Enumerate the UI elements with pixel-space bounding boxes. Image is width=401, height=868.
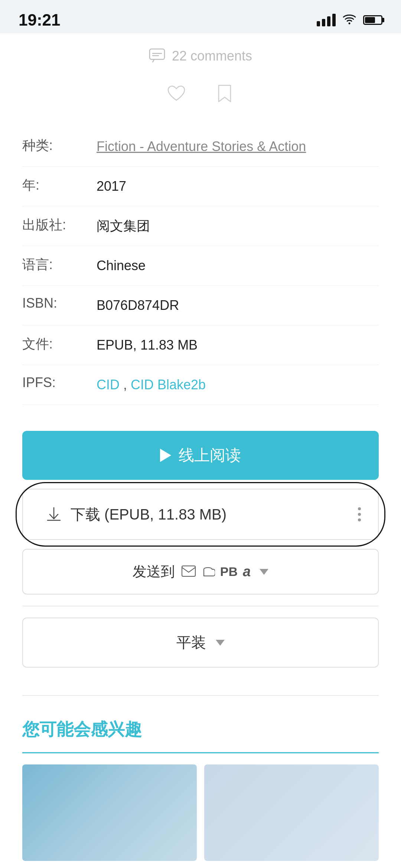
meta-value-genre[interactable]: Fiction - Adventure Stories & Action <box>97 137 379 157</box>
meta-value-isbn: B076D874DR <box>97 295 379 315</box>
buttons-section: 线上阅读 下载 (EPUB, 11.83 MB) <box>22 416 379 684</box>
meta-row-file: 文件: EPUB, 11.83 MB <box>22 325 379 365</box>
meta-label-year: 年: <box>22 176 97 194</box>
read-online-button[interactable]: 线上阅读 <box>22 431 379 480</box>
meta-row-year: 年: 2017 <box>22 167 379 206</box>
paperback-button[interactable]: 平装 <box>22 618 379 668</box>
meta-value-file: EPUB, 11.83 MB <box>97 335 379 355</box>
meta-row-isbn: ISBN: B076D874DR <box>22 286 379 325</box>
amazon-icon: a <box>243 564 251 580</box>
meta-label-file: 文件: <box>22 335 97 353</box>
meta-row-publisher: 出版社: 阅文集团 <box>22 206 379 246</box>
paperback-chevron-icon <box>216 640 225 646</box>
comments-row[interactable]: 22 comments <box>22 33 379 75</box>
download-icon <box>45 505 62 524</box>
recommendations-title: 您可能会感兴趣 <box>22 718 379 741</box>
meta-row-genre: 种类: Fiction - Adventure Stories & Action <box>22 127 379 167</box>
pb-icon: PB <box>220 564 238 579</box>
meta-label-isbn: ISBN: <box>22 295 97 311</box>
divider-2 <box>22 695 379 696</box>
mail-icon <box>182 566 196 578</box>
meta-label-genre: 种类: <box>22 137 97 155</box>
meta-value-ipfs[interactable]: CID , CID Blake2b <box>97 375 379 395</box>
comments-text: 22 comments <box>172 48 252 64</box>
status-bar: 19:21 <box>0 0 401 33</box>
book-thumbnail-1[interactable] <box>22 764 197 861</box>
send-to-icons: PB a <box>182 564 251 580</box>
download-button-left: 下载 (EPUB, 11.83 MB) <box>45 504 226 525</box>
metadata-table: 种类: Fiction - Adventure Stories & Action… <box>22 123 379 416</box>
bookmark-button[interactable] <box>213 82 236 105</box>
svg-rect-1 <box>150 49 164 59</box>
book-thumbnail-2[interactable] <box>204 764 379 861</box>
recommendations-border <box>22 752 379 753</box>
meta-value-publisher: 阅文集团 <box>97 216 379 236</box>
meta-value-language: Chinese <box>97 256 379 276</box>
comment-icon <box>149 48 165 64</box>
meta-label-publisher: 出版社: <box>22 216 97 234</box>
meta-value-year: 2017 <box>97 176 379 196</box>
like-button[interactable] <box>165 82 188 105</box>
play-icon <box>160 449 171 462</box>
meta-label-ipfs: IPFS: <box>22 375 97 390</box>
meta-row-ipfs: IPFS: CID , CID Blake2b <box>22 365 379 405</box>
status-time: 19:21 <box>19 11 61 29</box>
action-icons-row <box>22 75 379 123</box>
meta-row-language: 语言: Chinese <box>22 246 379 286</box>
status-icons <box>317 12 382 28</box>
meta-label-language: 语言: <box>22 256 97 274</box>
download-button[interactable]: 下载 (EPUB, 11.83 MB) <box>22 489 379 540</box>
chevron-down-icon <box>260 569 268 575</box>
paperback-label: 平装 <box>176 632 206 653</box>
cid-blake2b-link[interactable]: CID Blake2b <box>131 377 206 392</box>
svg-point-0 <box>349 23 351 24</box>
wifi-icon <box>342 12 356 28</box>
dot-1 <box>358 507 361 510</box>
books-grid <box>22 764 379 861</box>
send-to-label: 发送到 <box>133 562 175 581</box>
svg-rect-5 <box>182 566 195 576</box>
divider-1 <box>22 606 379 606</box>
dot-3 <box>358 518 361 521</box>
ipfs-separator: , <box>123 377 131 392</box>
recommendations-section: 您可能会感兴趣 <box>22 707 379 868</box>
cloud-icon <box>201 566 215 578</box>
download-label: 下载 (EPUB, 11.83 MB) <box>71 504 226 525</box>
battery-icon <box>363 15 382 25</box>
dot-2 <box>358 513 361 516</box>
main-content: 22 comments 种类: Fiction - Adventure Stor… <box>0 33 401 868</box>
signal-icon <box>317 14 336 26</box>
download-button-wrapper: 下载 (EPUB, 11.83 MB) <box>22 489 379 540</box>
send-to-button[interactable]: 发送到 PB a <box>22 549 379 595</box>
more-options-button[interactable] <box>352 504 367 525</box>
cid-link[interactable]: CID <box>97 377 120 392</box>
read-online-label: 线上阅读 <box>179 445 241 466</box>
